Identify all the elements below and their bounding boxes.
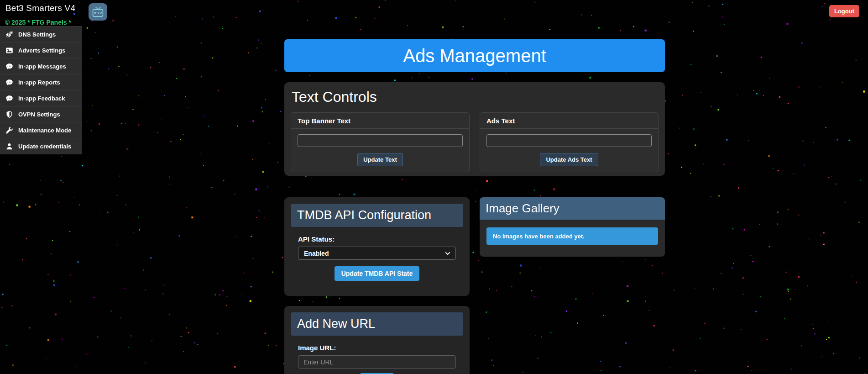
image-icon [5,47,13,54]
user-icon [5,142,13,150]
text-controls-panel: Text Controls Top Banner Text Update Tex… [284,82,665,176]
api-status-select[interactable]: Enabled [298,247,456,260]
cogs-icon [5,31,13,38]
sidebar-item-label: Maintenance Mode [18,127,71,134]
sidebar-item-label: In-app Reports [18,79,60,86]
sidebar-item-inapp-reports[interactable]: In-app Reports [0,74,82,90]
sidebar-item-label: OVPN Settings [18,111,60,118]
add-new-url-card: Add New URL Image URL: [284,306,470,374]
logout-button[interactable]: Logout [829,5,859,17]
top-banner-text-input[interactable] [298,134,463,147]
sidebar-item-inapp-feedback[interactable]: In-app Feedback [0,90,82,106]
sidebar-item-inapp-messages[interactable]: In-app Messages [0,58,82,74]
ads-text-label: Ads Text [480,113,658,129]
top-banner-text-label: Top Banner Text [291,113,469,129]
add-new-url-heading: Add New URL [291,312,463,336]
shield-icon [5,111,13,118]
gallery-empty-alert: No images have been added yet. [486,227,658,245]
image-url-input[interactable] [298,355,456,369]
image-gallery-heading: Image Gallery [480,197,665,220]
sidebar-item-label: Update credentials [18,143,71,150]
app-title: Bet3 Smarters V4 [5,3,75,13]
sidebar-item-label: DNS Settings [18,31,56,38]
tmdb-api-card: TMDB API Configuration API Status: Enabl… [284,197,470,296]
page-title: Ads Management [284,39,665,72]
copyright-text: © 2025 * FTG Panels * [5,19,71,26]
comment-icon [5,95,13,102]
iptv-tv-icon: IPTV [92,6,104,18]
sidebar-item-label: Adverts Settings [18,47,65,54]
ads-text-card: Ads Text Update Ads Text [480,112,659,172]
wrench-icon [5,126,13,134]
ads-text-input[interactable] [486,134,652,147]
update-text-button[interactable]: Update Text [357,153,403,166]
iptv-app-button[interactable]: IPTV [89,3,107,21]
sidebar-item-label: In-app Feedback [18,95,65,102]
tmdb-api-heading: TMDB API Configuration [291,204,463,227]
sidebar-item-update-credentials[interactable]: Update credentials [0,138,82,154]
sidebar: DNS Settings Adverts Settings In-app Mes… [0,26,82,154]
sidebar-item-ovpn-settings[interactable]: OVPN Settings [0,106,82,122]
comment-icon [5,79,13,86]
api-status-label: API Status: [298,235,456,243]
comment-icon [5,63,13,70]
image-gallery-card: Image Gallery No images have been added … [480,197,665,257]
sidebar-item-adverts-settings[interactable]: Adverts Settings [0,42,82,58]
sidebar-item-label: In-app Messages [18,63,66,70]
text-controls-heading: Text Controls [292,89,659,105]
top-banner-text-card: Top Banner Text Update Text [291,112,470,172]
sidebar-item-maintenance-mode[interactable]: Maintenance Mode [0,122,82,138]
image-url-label: Image URL: [298,344,456,352]
update-ads-text-button[interactable]: Update Ads Text [540,153,598,166]
sidebar-item-dns-settings[interactable]: DNS Settings [0,26,82,42]
update-tmdb-api-button[interactable]: Update TMDB API State [335,266,420,281]
svg-text:IPTV: IPTV [94,11,102,15]
